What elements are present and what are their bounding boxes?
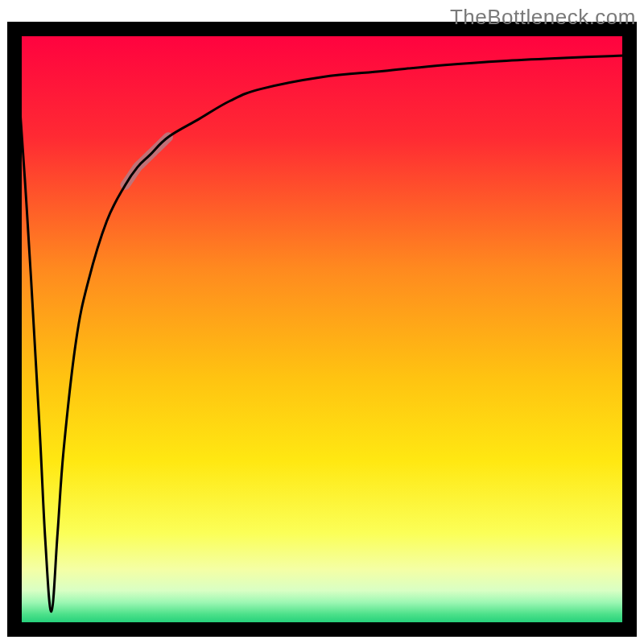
chart-container: TheBottleneck.com xyxy=(0,0,644,644)
gradient-background xyxy=(14,29,630,630)
bottleneck-chart xyxy=(0,0,644,644)
watermark-text: TheBottleneck.com xyxy=(450,5,636,30)
